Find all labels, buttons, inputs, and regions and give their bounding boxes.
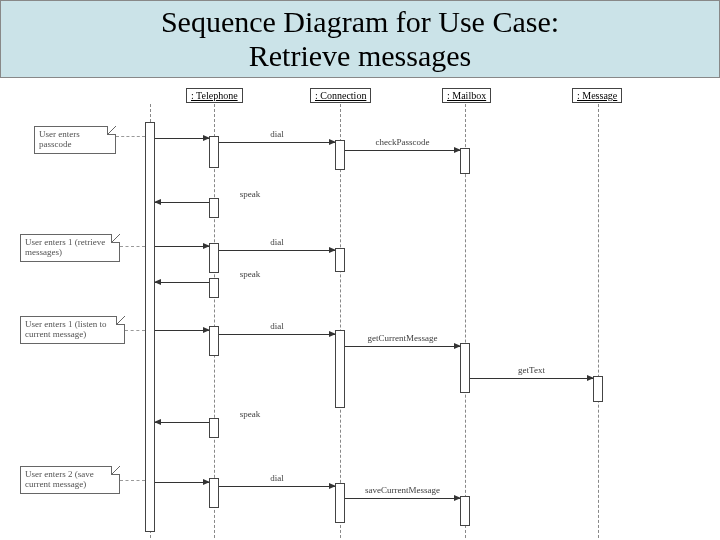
msg-dial-3: dial: [219, 334, 335, 335]
activation-telephone-6: [209, 418, 219, 438]
activation-telephone-1: [209, 136, 219, 168]
msg-dial-4: dial: [219, 486, 335, 487]
note-dash-1: [116, 136, 145, 137]
arrow-left-icon: [154, 419, 161, 425]
msg-speak-2: speak: [155, 282, 209, 283]
msg-dial-1: dial: [219, 142, 335, 143]
note-text: User enters passcode: [39, 129, 80, 149]
arrow-right-icon: [454, 495, 461, 501]
arrow-right-icon: [329, 483, 336, 489]
activation-connection-2: [335, 248, 345, 272]
note-text: User enters 1 (listen to current message…: [25, 319, 106, 339]
msg-label: checkPasscode: [376, 137, 430, 147]
activation-mailbox-3: [460, 496, 470, 526]
msg-checkpasscode: checkPasscode: [345, 150, 460, 151]
arrow-right-icon: [329, 331, 336, 337]
msg-gettext: getText: [470, 378, 593, 379]
note-dash-4: [120, 480, 145, 481]
arrow-right-icon: [203, 479, 210, 485]
title-bar: Sequence Diagram for Use Case: Retrieve …: [0, 0, 720, 78]
arrow-left-icon: [154, 199, 161, 205]
arrow-right-icon: [329, 247, 336, 253]
activation-actor: [145, 122, 155, 532]
activation-telephone-3: [209, 243, 219, 273]
arrow-right-icon: [203, 327, 210, 333]
lifeline-head-connection: : Connection: [310, 88, 371, 103]
lifeline-telephone: [214, 104, 215, 540]
note-listen: User enters 1 (listen to current message…: [20, 316, 125, 344]
msg-label: dial: [270, 129, 284, 139]
msg-label: dial: [270, 237, 284, 247]
msg-speak-1: speak: [155, 202, 209, 203]
arrow-left-icon: [154, 279, 161, 285]
note-text: User enters 2 (save current message): [25, 469, 94, 489]
activation-connection-3: [335, 330, 345, 408]
activation-connection-1: [335, 140, 345, 170]
arrow-right-icon: [454, 343, 461, 349]
msg-label: speak: [240, 269, 261, 279]
note-retrieve: User enters 1 (retrieve messages): [20, 234, 120, 262]
lifeline-head-message: : Message: [572, 88, 622, 103]
msg-label: speak: [240, 409, 261, 419]
msg-savecurrentmessage: saveCurrentMessage: [345, 498, 460, 499]
arrow-right-icon: [454, 147, 461, 153]
msg-label: dial: [270, 473, 284, 483]
note-dash-3: [125, 330, 145, 331]
activation-telephone-2: [209, 198, 219, 218]
arrow-right-icon: [203, 135, 210, 141]
note-text: User enters 1 (retrieve messages): [25, 237, 105, 257]
title-line-1: Sequence Diagram for Use Case:: [161, 5, 559, 38]
activation-telephone-5: [209, 326, 219, 356]
arrow-right-icon: [329, 139, 336, 145]
msg-actor-dial-2: [155, 246, 209, 247]
activation-message-1: [593, 376, 603, 402]
note-dash-2: [120, 246, 145, 247]
msg-actor-dial-4: [155, 482, 209, 483]
arrow-right-icon: [587, 375, 594, 381]
lifeline-head-telephone: : Telephone: [186, 88, 243, 103]
msg-speak-3: speak: [155, 422, 209, 423]
msg-actor-dial-3: [155, 330, 209, 331]
note-save: User enters 2 (save current message): [20, 466, 120, 494]
activation-telephone-4: [209, 278, 219, 298]
msg-label: getCurrentMessage: [368, 333, 438, 343]
title-line-2: Retrieve messages: [249, 39, 471, 72]
msg-dial-2: dial: [219, 250, 335, 251]
activation-telephone-7: [209, 478, 219, 508]
msg-getcurrentmessage: getCurrentMessage: [345, 346, 460, 347]
msg-label: dial: [270, 321, 284, 331]
activation-mailbox-1: [460, 148, 470, 174]
arrow-right-icon: [203, 243, 210, 249]
lifeline-message: [598, 104, 599, 540]
slide: Sequence Diagram for Use Case: Retrieve …: [0, 0, 720, 540]
msg-label: speak: [240, 189, 261, 199]
lifeline-head-mailbox: : Mailbox: [442, 88, 491, 103]
note-passcode: User enters passcode: [34, 126, 116, 154]
diagram-canvas: : Telephone : Connection : Mailbox : Mes…: [0, 78, 720, 540]
msg-actor-dial-1: [155, 138, 209, 139]
activation-mailbox-2: [460, 343, 470, 393]
msg-label: getText: [518, 365, 545, 375]
activation-connection-4: [335, 483, 345, 523]
msg-label: saveCurrentMessage: [365, 485, 440, 495]
